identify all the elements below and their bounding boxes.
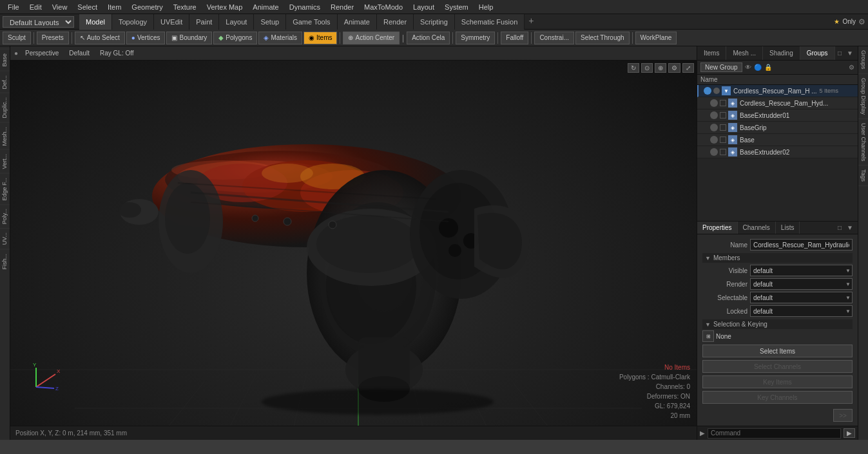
- tree-item-baseext1[interactable]: ◈ BaseExtrudder01: [697, 109, 858, 122]
- menu-item[interactable]: Item: [102, 2, 126, 12]
- sidebar-tab-base[interactable]: Base: [0, 49, 10, 71]
- props-tab-properties[interactable]: Properties: [697, 222, 738, 234]
- polygons-btn[interactable]: ◆ Polygons: [213, 32, 257, 44]
- menu-edit[interactable]: Edit: [24, 2, 47, 12]
- panel-tab-items[interactable]: Items: [697, 46, 726, 60]
- menu-vertex-map[interactable]: Vertex Map: [202, 2, 248, 12]
- sidebar-tab-duplic[interactable]: Duplic...: [0, 93, 10, 122]
- menu-system[interactable]: System: [439, 2, 474, 12]
- layout-tab-layout[interactable]: Layout: [219, 14, 254, 30]
- menu-file[interactable]: File: [3, 2, 24, 12]
- action-cela-btn[interactable]: Action Cela: [407, 32, 450, 44]
- menu-render[interactable]: Render: [325, 2, 359, 12]
- menu-select[interactable]: Select: [72, 2, 102, 12]
- sidebar-tab-fish[interactable]: Fish...: [0, 249, 10, 274]
- sculpt-btn[interactable]: Sculpt: [3, 32, 31, 44]
- groups-lock-btn[interactable]: 🔒: [764, 64, 772, 71]
- panel-dropdown-btn[interactable]: ▼: [845, 49, 855, 57]
- command-execute-btn[interactable]: ▶: [844, 428, 855, 438]
- forward-btn[interactable]: >>: [833, 409, 853, 422]
- menu-help[interactable]: Help: [474, 2, 499, 12]
- layout-dropdown[interactable]: Default Layouts: [3, 16, 74, 28]
- menu-animate[interactable]: Animate: [247, 2, 284, 12]
- settings-icon[interactable]: ⚙: [858, 17, 865, 26]
- selectable-select[interactable]: default off on: [750, 292, 853, 303]
- viewport-3d[interactable]: ↻ ⊙ ⊕ ⚙ ⤢ X Y Z No Items: [10, 61, 697, 426]
- layout-tab-gametools[interactable]: Game Tools: [286, 14, 338, 30]
- render-select[interactable]: default off on: [750, 278, 853, 290]
- layout-tab-paint[interactable]: Paint: [189, 14, 219, 30]
- name-input[interactable]: [750, 239, 853, 251]
- tree-item-root[interactable]: ▼ Cordless_Rescue_Ram_H ... 5 Items: [697, 85, 858, 97]
- new-group-btn[interactable]: New Group: [700, 62, 742, 72]
- layout-tab-uvedit[interactable]: UVEdit: [154, 14, 189, 30]
- select-through-btn[interactable]: Select Through: [575, 32, 630, 44]
- action-center-btn[interactable]: ⊕ Action Center: [343, 32, 400, 44]
- viewport-dot[interactable]: ●: [14, 50, 18, 57]
- tree-item-basegrip[interactable]: ◈ BaseGrip: [697, 122, 858, 134]
- tree-item-hydro[interactable]: ◈ Cordless_Rescue_Ram_Hyd...: [697, 97, 858, 109]
- sidebar-tab-uv[interactable]: UV...: [0, 228, 10, 249]
- sidebar-tab-poly[interactable]: Poly...: [0, 204, 10, 228]
- layout-tab-render[interactable]: Render: [377, 14, 414, 30]
- vtab-groups[interactable]: Groups: [858, 46, 868, 74]
- props-tab-channels[interactable]: Channels: [738, 222, 776, 234]
- constrain-btn[interactable]: Constrai...: [534, 32, 574, 44]
- reset-view-btn[interactable]: ⊙: [641, 63, 653, 73]
- presets-btn[interactable]: Presets: [37, 32, 69, 44]
- tree-item-base[interactable]: ◈ Base: [697, 134, 858, 146]
- layout-tab-schematic[interactable]: Schematic Fusion: [455, 14, 525, 30]
- vtab-user-channels[interactable]: User Channels: [858, 119, 868, 166]
- keying-pattern-icon[interactable]: ⊞: [702, 330, 714, 342]
- materials-btn[interactable]: ◈ Materials: [258, 32, 302, 44]
- locked-select[interactable]: default off on: [750, 305, 853, 317]
- panel-expand-btn[interactable]: □: [836, 49, 844, 57]
- maximize-view-btn[interactable]: ⤢: [682, 63, 694, 73]
- menu-texture[interactable]: Texture: [168, 2, 202, 12]
- menu-maxtomodo[interactable]: MaxToModo: [359, 2, 408, 12]
- menu-layout[interactable]: Layout: [408, 2, 439, 12]
- props-expand-btn[interactable]: □: [836, 223, 844, 232]
- tree-item-baseext2[interactable]: ◈ BaseExtrudder02: [697, 146, 858, 158]
- key-channels-btn[interactable]: Key Channels: [702, 391, 853, 404]
- menu-dynamics[interactable]: Dynamics: [284, 2, 325, 12]
- vtab-group-display[interactable]: Group Display: [858, 74, 868, 119]
- symmetry-btn[interactable]: Symmetry: [456, 32, 495, 44]
- menu-view[interactable]: View: [47, 2, 73, 12]
- boundary-btn[interactable]: ▣ Boundary: [166, 32, 212, 44]
- layout-tab-topology[interactable]: Topology: [112, 14, 154, 30]
- perspective-dropdown[interactable]: Perspective: [22, 49, 62, 57]
- ray-gl-toggle[interactable]: Ray GL: Off: [97, 49, 137, 57]
- key-items-btn[interactable]: Key Items: [702, 375, 853, 388]
- props-dropdown-btn[interactable]: ▼: [845, 223, 855, 232]
- sidebar-tab-vert[interactable]: Vert...: [0, 149, 10, 173]
- layout-tab-animate[interactable]: Animate: [338, 14, 377, 30]
- panel-tab-mesh[interactable]: Mesh ...: [726, 46, 763, 60]
- command-expand-icon[interactable]: ▶: [700, 430, 705, 437]
- settings-view-btn[interactable]: ⚙: [668, 63, 680, 73]
- sidebar-tab-edge[interactable]: Edge F...: [0, 173, 10, 205]
- groups-vis-btn[interactable]: 👁: [745, 64, 751, 71]
- select-items-btn[interactable]: Select Items: [702, 345, 853, 357]
- layout-tab-setup[interactable]: Setup: [254, 14, 286, 30]
- visible-select[interactable]: default off on: [750, 265, 853, 276]
- default-dropdown[interactable]: Default: [66, 49, 93, 57]
- vertices-btn[interactable]: ● Vertices: [126, 32, 166, 44]
- menu-geometry[interactable]: Geometry: [126, 2, 168, 12]
- sidebar-tab-def[interactable]: Def...: [0, 71, 10, 93]
- zoom-view-btn[interactable]: ⊕: [655, 63, 666, 73]
- falloff-btn[interactable]: Falloff: [501, 32, 528, 44]
- vtab-tags[interactable]: Tags: [858, 166, 868, 186]
- members-toggle[interactable]: ▼: [705, 255, 711, 261]
- keying-toggle[interactable]: ▼: [705, 321, 711, 328]
- layout-tab-model[interactable]: Model: [79, 14, 112, 30]
- workplane-btn[interactable]: WorkPlane: [635, 32, 677, 44]
- groups-settings-btn[interactable]: ⚙: [849, 64, 854, 71]
- items-btn[interactable]: ◉ Items: [304, 32, 337, 44]
- props-tab-lists[interactable]: Lists: [776, 222, 800, 234]
- panel-tab-shading[interactable]: Shading: [763, 46, 800, 60]
- auto-select-btn[interactable]: ↖ Auto Select: [75, 32, 125, 44]
- rotate-view-btn[interactable]: ↻: [628, 63, 639, 73]
- command-input[interactable]: [708, 428, 841, 439]
- groups-render-btn[interactable]: 🔵: [754, 64, 762, 71]
